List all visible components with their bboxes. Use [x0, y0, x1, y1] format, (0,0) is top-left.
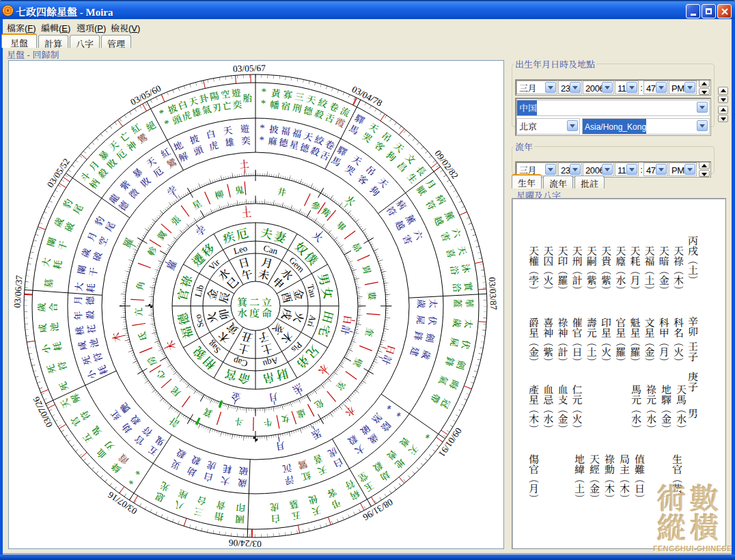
svg-text:光: 光: [157, 479, 171, 495]
svg-text:池: 池: [85, 337, 101, 350]
svg-text:水度命: 水度命: [237, 305, 274, 320]
svg-text:官祿: 官祿: [172, 271, 196, 303]
svg-text:台: 台: [195, 494, 208, 509]
svg-text:辰: 辰: [214, 290, 232, 305]
svg-text:耗: 耗: [83, 282, 97, 293]
svg-text:霞: 霞: [333, 113, 348, 130]
svg-text:宿: 宿: [281, 98, 292, 113]
svg-text:殺: 殺: [174, 447, 188, 463]
svg-text:鋒: 鋒: [411, 331, 426, 342]
svg-text:洽: 洽: [450, 282, 464, 293]
svg-text:德: 德: [302, 102, 315, 118]
svg-text:木: 木: [109, 331, 124, 344]
svg-text:解: 解: [176, 148, 191, 165]
svg-text:戌: 戌: [278, 307, 296, 322]
svg-text:丑: 丑: [240, 328, 254, 346]
svg-text:德: 德: [278, 135, 290, 150]
svg-text:鬼: 鬼: [234, 182, 245, 197]
svg-text:田宅: 田宅: [315, 309, 339, 341]
svg-text:夫妻: 夫妻: [259, 223, 290, 247]
svg-text:*: *: [391, 408, 403, 419]
svg-text:使: 使: [307, 492, 320, 508]
svg-text:*: *: [420, 430, 432, 441]
svg-text:墓: 墓: [41, 278, 55, 289]
svg-text:鋒: 鋒: [443, 356, 458, 369]
svg-text:虎: 虎: [269, 501, 279, 515]
svg-text:幡: 幡: [269, 97, 280, 111]
svg-text:胃: 胃: [360, 264, 375, 276]
svg-text:炁: 炁: [309, 427, 324, 444]
svg-text:疾厄: 疾厄: [221, 223, 252, 247]
svg-text:軫: 軫: [144, 244, 160, 257]
svg-text:土: 土: [239, 156, 250, 171]
svg-text:日: 日: [341, 314, 356, 326]
svg-text:*: *: [163, 117, 172, 130]
svg-text:角: 角: [133, 280, 147, 291]
svg-text:符: 符: [89, 350, 105, 363]
svg-text:死: 死: [55, 380, 71, 394]
svg-text:喜: 喜: [311, 452, 325, 468]
svg-text:符: 符: [54, 359, 70, 372]
svg-text:03/04/78: 03/04/78: [350, 84, 385, 109]
svg-text:奕: 奕: [232, 97, 244, 111]
svg-text:殺: 殺: [83, 310, 97, 320]
svg-text:金: 金: [230, 390, 242, 405]
svg-text:卯: 卯: [214, 307, 232, 322]
svg-text:虎: 虎: [326, 445, 340, 461]
svg-text:水: 水: [316, 361, 332, 378]
svg-text:奎: 奎: [363, 326, 377, 338]
svg-text:畢: 畢: [333, 218, 349, 233]
svg-text:座: 座: [176, 487, 189, 503]
svg-text:胎: 胎: [242, 90, 253, 104]
svg-text:浴: 浴: [447, 264, 462, 276]
svg-text:害: 害: [400, 232, 416, 247]
svg-text:觜: 觜: [319, 204, 334, 220]
svg-text:箕: 箕: [200, 405, 214, 421]
svg-text:孛: 孛: [164, 182, 180, 199]
svg-text:婁: 婁: [365, 291, 379, 301]
svg-text:殺: 殺: [189, 453, 202, 469]
svg-text:03/03/87: 03/03/87: [487, 277, 499, 310]
svg-text:張: 張: [167, 212, 182, 228]
svg-text:喜: 喜: [443, 247, 459, 260]
svg-text:歲: 歲: [415, 299, 428, 309]
svg-text:星: 星: [190, 197, 204, 212]
svg-text:土: 土: [241, 206, 252, 220]
svg-text:計: 計: [166, 415, 182, 431]
svg-text:月: 月: [275, 439, 286, 454]
svg-text:害: 害: [438, 230, 454, 244]
svg-text:火: 火: [310, 228, 327, 244]
svg-text:氐: 氐: [135, 331, 150, 342]
svg-text:刑: 刑: [292, 100, 303, 115]
svg-text:羅: 羅: [163, 257, 180, 272]
svg-text:財帛: 財帛: [259, 365, 290, 389]
svg-text:炁: 炁: [290, 381, 305, 398]
svg-text:花: 花: [83, 324, 98, 335]
svg-text:*: *: [259, 135, 264, 145]
svg-text:酉: 酉: [278, 290, 296, 305]
svg-text:尾: 尾: [101, 219, 117, 234]
svg-text:孛: 孛: [193, 222, 208, 238]
svg-text:未: 未: [257, 265, 271, 283]
svg-text:斗: 斗: [234, 415, 245, 430]
svg-text:火: 火: [343, 192, 359, 208]
svg-text:印: 印: [236, 501, 246, 516]
svg-text:尾: 尾: [167, 384, 182, 400]
svg-text:男女: 男女: [315, 271, 339, 303]
svg-text:空: 空: [94, 234, 111, 248]
svg-text:破: 破: [89, 249, 105, 262]
svg-text:麻: 麻: [268, 133, 279, 148]
svg-text:*: *: [261, 86, 266, 97]
svg-text:干: 干: [85, 266, 100, 278]
svg-text:03/24/06: 03/24/06: [228, 537, 262, 549]
svg-text:雄: 雄: [224, 134, 236, 149]
svg-text:午: 午: [240, 265, 254, 283]
svg-text:水: 水: [343, 404, 359, 420]
svg-text:03/07/26: 03/07/26: [31, 395, 55, 429]
svg-text:耗: 耗: [221, 462, 233, 477]
svg-text:昴: 昴: [350, 240, 365, 255]
svg-text:屍: 屍: [414, 315, 428, 325]
svg-text:頭: 頭: [191, 142, 205, 158]
svg-text:背: 背: [215, 499, 227, 514]
svg-text:壁: 壁: [350, 356, 366, 370]
